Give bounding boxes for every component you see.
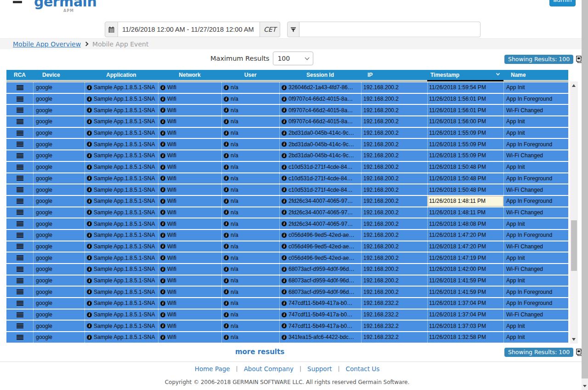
application-cell[interactable]: iSample App.1.8.5.1-SNA [85,128,158,138]
application-cell[interactable]: iSample App.1.8.5.1-SNA [85,207,158,218]
session-id-cell[interactable]: i0f9707c4-66d2-4015-8a… [279,94,361,104]
info-icon[interactable]: i [87,142,92,147]
rca-cell[interactable] [6,264,33,275]
network-cell[interactable]: iWifi [158,116,221,127]
info-icon[interactable]: i [224,278,229,283]
user-cell[interactable]: in/a [221,162,279,172]
info-icon[interactable]: i [87,165,92,170]
user-cell[interactable]: in/a [221,82,279,93]
name-cell[interactable]: App In Foreground [503,287,568,297]
application-cell[interactable]: iSample App.1.8.5.1-SNA [85,321,158,331]
page-scrollbar[interactable] [582,0,588,390]
timezone-label[interactable]: CET [260,22,280,37]
ip-cell[interactable]: 192.168.200.2 [361,264,427,275]
application-cell[interactable]: iSample App.1.8.5.1-SNA [85,173,158,184]
column-header-device[interactable]: Device [33,70,85,80]
application-cell[interactable]: iSample App.1.8.5.1-SNA [85,332,158,343]
info-icon[interactable]: i [224,85,229,90]
session-id-cell[interactable]: i2fd26c34-4007-4065-97… [279,207,361,218]
device-cell[interactable]: google [33,218,85,229]
info-icon[interactable]: i [282,199,287,204]
device-cell[interactable]: google [33,310,85,320]
timestamp-cell[interactable]: 11/26/2018 1:55:09 PM [427,139,503,149]
application-cell[interactable]: iSample App.1.8.5.1-SNA [85,105,158,115]
application-cell[interactable]: iSample App.1.8.5.1-SNA [85,82,158,93]
info-icon[interactable]: i [224,153,229,158]
footer-link-about-company[interactable]: About Company [244,365,294,373]
rca-icon[interactable] [17,267,23,272]
session-id-cell[interactable]: i68073acf-d959-4d0f-96d… [279,264,361,275]
info-icon[interactable]: i [282,187,287,192]
footer-link-home-page[interactable]: Home Page [195,365,230,373]
info-icon[interactable]: i [160,119,165,124]
ip-cell[interactable]: 192.168.200.2 [361,184,427,195]
ip-cell[interactable]: 192.168.200.2 [361,196,427,206]
info-icon[interactable]: i [282,335,287,340]
rca-icon[interactable] [17,233,23,238]
info-icon[interactable]: i [224,199,229,204]
info-icon[interactable]: i [87,210,92,215]
info-icon[interactable]: i [224,244,229,249]
info-icon[interactable]: i [224,221,229,226]
germain-logo[interactable]: germain [34,0,96,10]
timestamp-cell[interactable]: 11/26/2018 1:37:04 PM [427,310,503,320]
info-icon[interactable]: i [282,267,287,272]
name-cell[interactable]: App In Foreground [503,230,568,241]
device-cell[interactable]: google [33,116,85,127]
info-icon[interactable]: i [160,187,165,192]
application-cell[interactable]: iSample App.1.8.5.1-SNA [85,184,158,195]
session-id-cell[interactable]: i68073acf-d959-4d0f-96d… [279,275,361,286]
timestamp-cell[interactable]: 11/26/2018 1:47:20 PM [427,241,503,252]
ip-cell[interactable]: 192.168.200.2 [361,275,427,286]
ip-cell[interactable]: 192.168.200.2 [361,150,427,161]
user-cell[interactable]: in/a [221,321,279,331]
session-id-cell[interactable]: i68073acf-d959-4d0f-96d… [279,287,361,297]
date-range-input[interactable] [118,22,260,37]
session-id-cell[interactable]: i2bd31da0-045b-414c-9c… [279,150,361,161]
info-icon[interactable]: i [282,97,287,102]
user-cell[interactable]: in/a [221,298,279,309]
ip-cell[interactable]: 192.168.200.2 [361,241,427,252]
device-cell[interactable]: google [33,252,85,263]
timestamp-cell[interactable]: 11/26/2018 1:48:08 PM [427,218,503,229]
network-cell[interactable]: iWifi [158,196,221,206]
application-cell[interactable]: iSample App.1.8.5.1-SNA [85,264,158,275]
page-scroll-down-icon[interactable] [583,385,587,387]
rca-cell[interactable] [6,82,33,93]
device-cell[interactable]: google [33,207,85,218]
user-cell[interactable]: in/a [221,184,279,195]
info-icon[interactable]: i [282,244,287,249]
timestamp-cell[interactable]: 11/26/2018 1:41:59 PM [427,275,503,286]
info-icon[interactable]: i [160,233,165,238]
rca-icon[interactable] [17,289,23,294]
application-cell[interactable]: iSample App.1.8.5.1-SNA [85,287,158,297]
admin-button[interactable]: admin [549,0,576,6]
rca-icon[interactable] [17,301,23,306]
rca-icon[interactable] [17,165,23,170]
timestamp-cell[interactable]: 11/26/2018 1:47:20 PM [427,230,503,241]
application-cell[interactable]: iSample App.1.8.5.1-SNA [85,139,158,149]
info-icon[interactable]: i [224,312,229,317]
info-icon[interactable]: i [87,187,92,192]
rca-cell[interactable] [6,230,33,241]
info-icon[interactable]: i [282,142,287,147]
info-icon[interactable]: i [224,289,229,294]
column-header-session-id[interactable]: Session Id [279,70,361,80]
name-cell[interactable]: App Init [503,82,568,93]
user-cell[interactable]: in/a [221,173,279,184]
rca-icon[interactable] [17,153,23,158]
info-icon[interactable]: i [224,210,229,215]
network-cell[interactable]: iWifi [158,298,221,309]
application-cell[interactable]: iSample App.1.8.5.1-SNA [85,230,158,241]
session-id-cell[interactable]: i0f9707c4-66d2-4015-8a… [279,116,361,127]
device-cell[interactable]: google [33,105,85,115]
table-scrollbar-thumb[interactable] [571,220,577,271]
name-cell[interactable]: Wi-Fi Changed [503,264,568,275]
device-cell[interactable]: google [33,196,85,206]
ip-cell[interactable]: 192.168.200.2 [361,173,427,184]
network-cell[interactable]: iWifi [158,82,221,93]
device-cell[interactable]: google [33,128,85,138]
column-header-application[interactable]: Application [85,70,158,80]
info-icon[interactable]: i [160,244,165,249]
session-id-cell[interactable]: i2fd26c34-4007-4065-97… [279,196,361,206]
